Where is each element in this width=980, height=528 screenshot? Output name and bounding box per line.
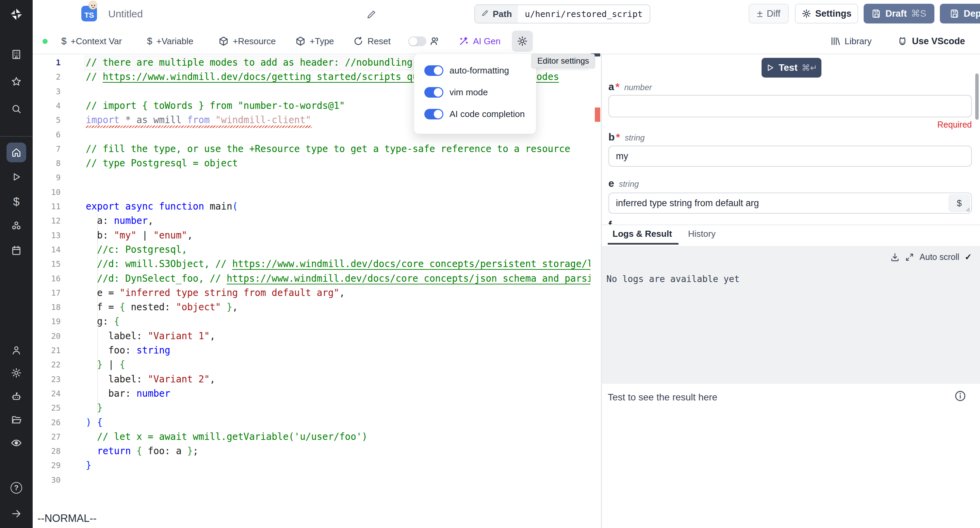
code-text: e = "inferred type string from default a… — [86, 287, 345, 298]
code-line[interactable]: 27 // let x = await wmill.getVariable('u… — [33, 430, 590, 445]
code-text: // import { toWords } from "number-to-wo… — [86, 100, 345, 111]
editor-settings-tooltip: Editor settings — [531, 54, 595, 68]
test-button[interactable]: Test ⌘↵ — [762, 58, 821, 78]
deploy-button[interactable]: Deploy — [940, 4, 980, 24]
code-line[interactable]: 22 } | { — [33, 358, 590, 372]
sidebar-item-workers[interactable] — [0, 386, 33, 407]
auto-scroll-label[interactable]: Auto scroll — [920, 252, 959, 262]
tab-history[interactable]: History — [688, 229, 716, 239]
use-vscode-button[interactable]: Use VScode — [897, 28, 965, 54]
ai-gen-button[interactable]: AI Gen — [459, 28, 501, 54]
field-a-input[interactable] — [608, 95, 972, 118]
sidebar-item-help[interactable]: ? — [0, 478, 33, 498]
sidebar-item-workspace[interactable] — [0, 44, 33, 65]
sidebar-item-home[interactable] — [0, 142, 33, 162]
code-line[interactable]: 12 a: number, — [33, 214, 590, 229]
code-line[interactable]: 19 g: { — [33, 315, 590, 329]
settings-button[interactable]: Settings — [795, 4, 858, 24]
ai-code-completion-toggle[interactable] — [424, 109, 443, 119]
code-line[interactable]: 9 — [33, 171, 590, 185]
add-resource-label: +Resource — [233, 36, 275, 47]
code-line[interactable]: 24 bar: number — [33, 387, 590, 401]
code-text: f = { nested: "object" }, — [86, 301, 238, 312]
sidebar-item-variables[interactable]: $ — [0, 191, 33, 212]
sidebar-item-search[interactable] — [0, 99, 33, 119]
sidebar-item-schedules[interactable] — [0, 240, 33, 261]
line-number: 26 — [33, 418, 60, 427]
code-line[interactable]: 21 foo: string — [33, 344, 590, 358]
menu-item-ai-code-completion[interactable]: AI code completion — [424, 109, 525, 119]
add-resource-button[interactable]: +Resource — [218, 28, 275, 54]
code-line[interactable]: 13 b: "my" | "enum", — [33, 229, 590, 243]
auto-scroll-checkmark[interactable]: ✓ — [965, 252, 972, 262]
diff-button-label: Diff — [767, 8, 780, 19]
code-text: // fill the type, or use the +Resource t… — [86, 143, 570, 154]
vim-mode-toggle[interactable] — [424, 87, 443, 98]
diff-button[interactable]: ± Diff — [749, 4, 789, 24]
add-context-var-label: +Context Var — [71, 36, 122, 47]
line-number: 28 — [33, 447, 60, 456]
reset-button[interactable]: Reset — [353, 28, 391, 54]
windmill-script-editor: TS Untitled Path u/henri/restored_script… — [0, 0, 980, 528]
edit-summary-pencil-icon[interactable] — [366, 9, 377, 21]
sidebar-item-runs[interactable] — [0, 167, 33, 187]
sidebar-item-audit-logs[interactable] — [0, 433, 33, 453]
code-line[interactable]: 7// fill the type, or use the +Resource … — [33, 142, 590, 157]
menu-item-auto-formatting[interactable]: auto-formatting — [424, 65, 509, 76]
line-number: 18 — [33, 303, 60, 312]
draft-button[interactable]: Draft ⌘S — [864, 4, 934, 24]
auto-formatting-toggle[interactable] — [424, 65, 443, 76]
code-line[interactable]: 10 — [33, 185, 590, 200]
expand-logs-icon[interactable] — [905, 253, 914, 262]
library-icon — [830, 36, 840, 46]
code-line[interactable]: 8// type Postgresql = object — [33, 156, 590, 171]
sidebar-item-resources[interactable] — [0, 216, 33, 236]
code-line[interactable]: 16 //d: DynSelect_foo, // https://www.wi… — [33, 272, 590, 286]
field-type: string — [619, 179, 639, 189]
sidebar-item-folders[interactable] — [0, 410, 33, 430]
path-label-segment[interactable]: Path — [475, 5, 518, 23]
code-line[interactable]: 15 //d: wmill.S3Object, // https://www.w… — [33, 257, 590, 272]
code-line[interactable]: 28 return { foo: a }; — [33, 444, 590, 459]
editor-settings-button[interactable] — [512, 30, 533, 52]
home-icon — [11, 147, 22, 158]
tab-logs-result[interactable]: Logs & Result — [612, 229, 672, 239]
library-button[interactable]: Library — [830, 28, 872, 54]
code-line[interactable]: 14 //c: Postgresql, — [33, 243, 590, 258]
field-type: string — [625, 133, 645, 143]
code-line[interactable]: 11export async function main( — [33, 200, 590, 214]
add-context-var-button[interactable]: $ +Context Var — [61, 28, 122, 54]
code-line[interactable]: 18 f = { nested: "object" }, — [33, 301, 590, 315]
code-line[interactable]: 20 label: "Variant 1", — [33, 329, 590, 344]
code-line[interactable]: 30 — [33, 473, 590, 488]
code-line[interactable]: 29} — [33, 459, 590, 473]
multiplayer-icon[interactable] — [430, 28, 440, 54]
download-logs-icon[interactable] — [890, 253, 900, 262]
menu-item-vim-mode[interactable]: vim mode — [424, 87, 488, 98]
code-line[interactable]: 17 e = "inferred type string from defaul… — [33, 286, 590, 301]
code-line[interactable]: 25 } — [33, 401, 590, 416]
panel-scrollbar-thumb[interactable] — [975, 73, 978, 120]
result-placeholder: Test to see the result here — [608, 392, 717, 403]
path-field[interactable]: Path u/henri/restored_script — [474, 5, 650, 24]
sidebar-item-users[interactable] — [0, 340, 33, 361]
star-icon — [11, 76, 22, 87]
field-b-input[interactable] — [608, 146, 972, 167]
sidebar-item-favorites[interactable] — [0, 72, 33, 92]
code-line[interactable]: 23 label: "Variant 2", — [33, 372, 590, 387]
sidebar-collapse-button[interactable] — [0, 504, 33, 524]
code-text: } — [86, 460, 92, 471]
field-e-input[interactable] — [608, 192, 972, 214]
diff-mode-toggle[interactable] — [408, 37, 426, 46]
info-icon[interactable] — [954, 390, 966, 404]
ai-gen-label: AI Gen — [473, 36, 501, 47]
code-line[interactable]: 26) { — [33, 416, 590, 430]
vim-status-bar: --NORMAL-- — [37, 512, 97, 525]
windmill-logo[interactable] — [0, 4, 33, 24]
eye-icon — [11, 437, 22, 449]
add-type-button[interactable]: +Type — [295, 28, 334, 54]
sidebar-item-settings[interactable] — [0, 363, 33, 383]
add-variable-button[interactable]: $ +Variable — [147, 28, 193, 54]
path-value[interactable]: u/henri/restored_script — [518, 5, 649, 23]
textarea-resize-handle[interactable] — [965, 207, 970, 212]
